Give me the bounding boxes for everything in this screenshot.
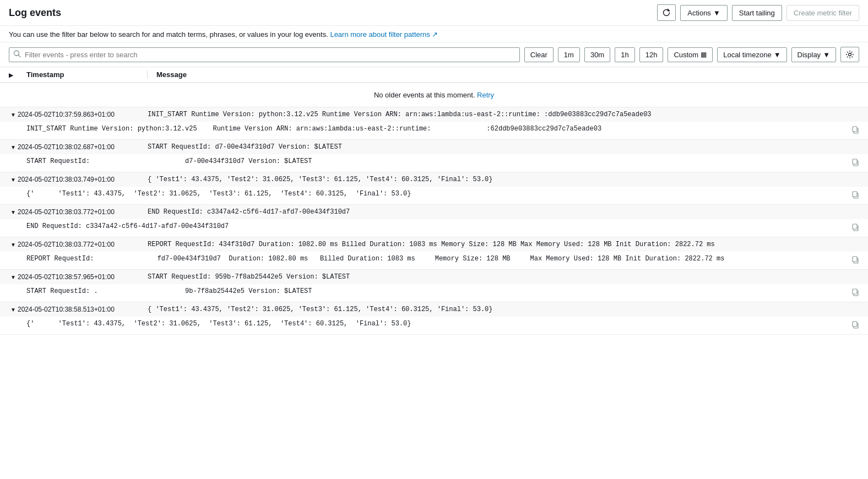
message-column-header: Message: [148, 70, 859, 79]
custom-label: Custom: [674, 51, 698, 59]
time-30m-button[interactable]: 30m: [584, 47, 610, 62]
settings-button[interactable]: [840, 47, 859, 62]
log-row-main[interactable]: ▼ 2024-05-02T10:38:57.965+01:00 START Re…: [0, 270, 868, 284]
no-events-text: No older events at this moment.: [374, 91, 475, 99]
timezone-label: Local timezone: [723, 51, 771, 59]
display-button[interactable]: Display ▼: [791, 47, 837, 62]
copy-icon: [851, 159, 859, 166]
refresh-button[interactable]: [657, 4, 676, 21]
copy-icon: [851, 289, 859, 296]
log-group: ▼ 2024-05-02T10:38:58.513+01:00 { 'Test1…: [0, 302, 868, 335]
calendar-icon: ▦: [701, 51, 707, 58]
expanded-content: {' 'Test1': 43.4375, 'Test2': 31.0625, '…: [18, 320, 846, 328]
actions-label: Actions: [687, 9, 711, 17]
timestamp-cell: 2024-05-02T10:38:03.772+01:00: [18, 208, 139, 216]
copy-button[interactable]: [846, 125, 864, 134]
start-tailing-button[interactable]: Start tailing: [732, 5, 782, 21]
copy-button[interactable]: [846, 157, 864, 166]
copy-button[interactable]: [846, 255, 864, 264]
svg-rect-8: [853, 192, 857, 197]
retry-link[interactable]: Retry: [477, 91, 494, 99]
time-1h-button[interactable]: 1h: [615, 47, 634, 62]
copy-icon: [851, 256, 859, 264]
custom-time-button[interactable]: Custom ▦: [668, 47, 713, 62]
chevron-down-icon: ▼: [10, 209, 16, 215]
log-rows-container: ▼ 2024-05-02T10:37:59.863+01:00 INIT_STA…: [0, 107, 868, 335]
display-label: Display: [798, 51, 821, 59]
table-header: ▶ Timestamp Message: [0, 67, 868, 83]
message-cell: { 'Test1': 43.4375, 'Test2': 31.0625, 'T…: [139, 306, 859, 313]
timestamp-cell: 2024-05-02T10:38:57.965+01:00: [18, 273, 139, 281]
log-row-main[interactable]: ▼ 2024-05-02T10:38:58.513+01:00 { 'Test1…: [0, 302, 868, 317]
copy-button[interactable]: [846, 190, 864, 199]
log-row-expanded: START RequestId: d7-00e434f310d7 Version…: [0, 154, 868, 172]
top-bar: Log events Actions ▼ Start tailing Creat…: [0, 0, 868, 26]
log-group: ▼ 2024-05-02T10:37:59.863+01:00 INIT_STA…: [0, 107, 868, 140]
expanded-content: {' 'Test1': 43.4375, 'Test2': 31.0625, '…: [18, 190, 846, 198]
svg-rect-12: [853, 257, 857, 262]
refresh-icon: [662, 8, 671, 17]
log-row-expanded: {' 'Test1': 43.4375, 'Test2': 31.0625, '…: [0, 317, 868, 334]
copy-icon: [851, 126, 859, 134]
expand-all-icon[interactable]: ▶: [9, 72, 13, 78]
expanded-content: START RequestId: . 9b-7f8ab25442e5 Versi…: [18, 287, 846, 295]
chevron-cell: ▼: [0, 208, 18, 215]
search-input[interactable]: [9, 47, 520, 62]
chevron-down-icon: ▼: [10, 242, 16, 248]
chevron-cell: ▼: [0, 111, 18, 118]
chevron-cell: ▼: [0, 176, 18, 183]
chevron-down-icon: ▼: [10, 307, 16, 313]
log-group: ▼ 2024-05-02T10:38:03.772+01:00 REPORT R…: [0, 237, 868, 270]
chevron-cell: ▼: [0, 143, 18, 150]
create-metric-label: Create metric filter: [794, 9, 852, 17]
log-group: ▼ 2024-05-02T10:38:02.687+01:00 START Re…: [0, 140, 868, 172]
time-1m-button[interactable]: 1m: [558, 47, 580, 62]
copy-button[interactable]: [846, 320, 864, 329]
clear-button[interactable]: Clear: [524, 47, 554, 62]
copy-icon: [851, 191, 859, 199]
chevron-down-icon: ▼: [10, 144, 16, 150]
subtitle-bar: You can use the filter bar below to sear…: [0, 26, 868, 42]
timezone-button[interactable]: Local timezone ▼: [717, 47, 786, 62]
copy-button[interactable]: [846, 222, 864, 231]
log-row-main[interactable]: ▼ 2024-05-02T10:38:03.749+01:00 { 'Test1…: [0, 172, 868, 187]
create-metric-filter-button: Create metric filter: [786, 5, 859, 21]
timezone-chevron-icon: ▼: [774, 51, 781, 59]
message-cell: END RequestId: c3347a42-c5f6-4d17-afd7-0…: [139, 208, 859, 216]
no-older-events-row: No older events at this moment. Retry: [0, 83, 868, 107]
log-row-main[interactable]: ▼ 2024-05-02T10:38:03.772+01:00 REPORT R…: [0, 237, 868, 252]
svg-rect-16: [853, 322, 857, 326]
log-group: ▼ 2024-05-02T10:38:03.749+01:00 { 'Test1…: [0, 172, 868, 205]
chevron-down-icon: ▼: [10, 112, 16, 118]
message-cell: REPORT RequestId: 434f310d7 Duration: 10…: [139, 241, 859, 248]
actions-button[interactable]: Actions ▼: [680, 5, 728, 21]
log-group: ▼ 2024-05-02T10:38:57.965+01:00 START Re…: [0, 270, 868, 302]
svg-rect-6: [853, 159, 857, 164]
expanded-content: START RequestId: d7-00e434f310d7 Version…: [18, 157, 846, 165]
log-row-main[interactable]: ▼ 2024-05-02T10:38:02.687+01:00 START Re…: [0, 140, 868, 154]
message-cell: INIT_START Runtime Version: python:3.12.…: [139, 111, 859, 118]
table-body: No older events at this moment. Retry ▼ …: [0, 83, 868, 335]
chevron-down-icon: ▼: [10, 177, 16, 183]
retry-label: Retry: [477, 91, 494, 99]
timestamp-column-header: Timestamp: [26, 70, 148, 79]
expand-col-header: ▶: [9, 70, 26, 79]
time-12h-button[interactable]: 12h: [639, 47, 664, 62]
expanded-content: END RequestId: c3347a42-c5f6-4d17-afd7-0…: [18, 222, 846, 230]
top-bar-actions: Actions ▼ Start tailing Create metric fi…: [657, 4, 859, 21]
expanded-content: REPORT RequestId: fd7-00e434f310d7 Durat…: [18, 255, 846, 263]
copy-button[interactable]: [846, 287, 864, 296]
chevron-cell: ▼: [0, 306, 18, 313]
filter-toolbar: Clear 1m 30m 1h 12h Custom ▦ Local timez…: [0, 42, 868, 67]
message-cell: { 'Test1': 43.4375, 'Test2': 31.0625, 'T…: [139, 176, 859, 183]
timestamp-cell: 2024-05-02T10:37:59.863+01:00: [18, 111, 139, 118]
log-row-expanded: START RequestId: . 9b-7f8ab25442e5 Versi…: [0, 284, 868, 302]
log-row-main[interactable]: ▼ 2024-05-02T10:38:03.772+01:00 END Requ…: [0, 205, 868, 219]
log-row-expanded: REPORT RequestId: fd7-00e434f310d7 Durat…: [0, 252, 868, 269]
learn-more-link[interactable]: Learn more about filter patterns ↗: [330, 30, 438, 39]
subtitle-text: You can use the filter bar below to sear…: [9, 30, 328, 39]
log-row-main[interactable]: ▼ 2024-05-02T10:37:59.863+01:00 INIT_STA…: [0, 107, 868, 122]
log-row-expanded: END RequestId: c3347a42-c5f6-4d17-afd7-0…: [0, 219, 868, 237]
learn-more-label: Learn more about filter patterns: [330, 30, 430, 39]
timestamp-cell: 2024-05-02T10:38:02.687+01:00: [18, 143, 139, 151]
